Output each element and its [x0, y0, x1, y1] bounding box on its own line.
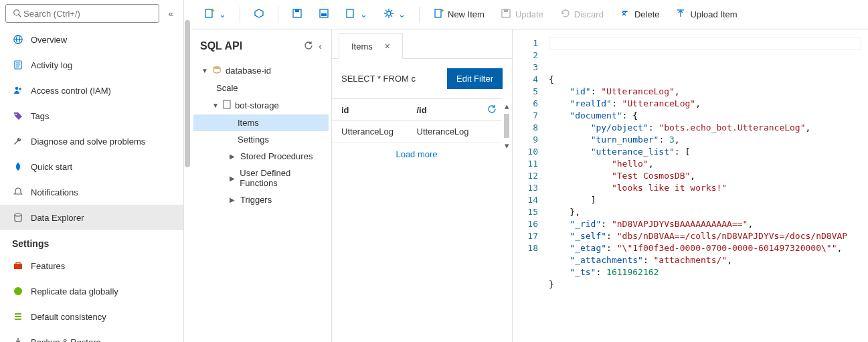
new-icon: ✦ [204, 8, 215, 21]
undo-icon [559, 8, 570, 21]
items-pane: Items × SELECT * FROM c Edit Filter id /… [331, 29, 512, 342]
sidebar-scrollbar[interactable] [184, 0, 191, 342]
tab-items[interactable]: Items × [339, 33, 403, 59]
new-item-icon: ✦ [433, 8, 444, 21]
svg-rect-35 [224, 100, 230, 108]
collapse-tree-button[interactable]: ‹ [319, 41, 322, 52]
tree-label: User Defined Functions [240, 168, 325, 188]
scroll-up-icon[interactable]: ▴ [505, 101, 509, 111]
tree-label: Triggers [240, 195, 272, 205]
upload-item-button[interactable]: Upload Item [669, 4, 744, 25]
update-button: Update [494, 4, 550, 25]
globe-icon [12, 33, 24, 46]
tree-container[interactable]: ▼ bot-storage [193, 96, 329, 114]
tree-triggers[interactable]: ▶Triggers [193, 191, 329, 208]
open-icon [319, 8, 329, 21]
cell-pk: UtteranceLog [408, 126, 483, 137]
svg-line-1 [19, 15, 21, 17]
tree-label: Items [238, 118, 259, 128]
backup-icon [12, 336, 24, 342]
new-item-button[interactable]: ✦New Item [426, 4, 491, 25]
nav-tags[interactable]: Tags [0, 103, 183, 129]
svg-rect-23 [295, 9, 299, 12]
delete-icon [620, 8, 630, 21]
chevron-down-icon: ⌄ [398, 9, 406, 19]
tree-title: SQL API [200, 40, 242, 52]
col-pk: /id [408, 105, 483, 115]
nav-label: Notifications [31, 187, 78, 197]
svg-point-12 [15, 213, 21, 216]
load-more-link[interactable]: Load more [332, 143, 501, 166]
new-sql-query-button[interactable]: +⌄ [339, 4, 374, 25]
nav-label: Default consistency [31, 312, 106, 322]
fullscreen-button[interactable] [247, 4, 271, 25]
nav-label: Data Explorer [31, 213, 84, 223]
edit-filter-button[interactable]: Edit Filter [447, 68, 503, 89]
refresh-tree-button[interactable] [304, 41, 313, 52]
caret-down-icon: ▼ [212, 102, 219, 109]
tree-label: Scale [216, 83, 238, 93]
nav-activity-log[interactable]: Activity log [0, 52, 183, 78]
settings-button[interactable]: ⌄ [377, 4, 412, 25]
tree-scale[interactable]: Scale [193, 80, 329, 96]
search-box[interactable] [5, 4, 159, 23]
nav-diagnose[interactable]: Diagnose and solve problems [0, 129, 183, 154]
nav-quick-start[interactable]: Quick start [0, 154, 183, 179]
new-container-button[interactable]: ✦⌄ [197, 4, 233, 25]
save-query-button[interactable] [285, 4, 309, 25]
tree-settings[interactable]: Settings [193, 131, 329, 148]
open-query-button[interactable] [312, 4, 336, 25]
upload-icon [675, 8, 686, 21]
svg-point-0 [14, 10, 19, 15]
nav-label: Features [31, 261, 65, 271]
tb-label: Discard [574, 9, 604, 19]
caret-down-icon: ▼ [201, 67, 208, 74]
close-icon[interactable]: × [385, 41, 390, 52]
nav-data-explorer[interactable]: Data Explorer [0, 205, 183, 230]
tb-label: Update [515, 9, 543, 19]
nav-consistency[interactable]: Default consistency [0, 304, 183, 329]
tb-label: Delete [634, 9, 660, 19]
nav-notifications[interactable]: Notifications [0, 179, 183, 205]
svg-point-34 [213, 66, 220, 69]
scroll-down-icon[interactable]: ▾ [505, 141, 509, 151]
svg-rect-25 [321, 13, 327, 16]
editor-gutter: 123456789101112131415161718 [513, 29, 545, 342]
tree-sprocs[interactable]: ▶Stored Procedures [193, 148, 329, 165]
nav-label: Tags [31, 111, 49, 121]
query-icon: + [345, 8, 356, 21]
nav-features[interactable]: Features [0, 253, 183, 278]
tree-label: Settings [238, 135, 269, 145]
tree-items[interactable]: Items [193, 114, 329, 131]
refresh-list-button[interactable] [483, 104, 501, 116]
nav-overview[interactable]: Overview [0, 27, 183, 52]
collapse-sidebar-button[interactable]: « [163, 9, 178, 19]
cell-id: UtteranceLog [332, 126, 408, 137]
document-icon [223, 100, 231, 111]
gear-icon [383, 8, 394, 21]
svg-point-28 [387, 11, 391, 15]
nav-replicate[interactable]: Replicate data globally [0, 278, 183, 304]
col-id: id [332, 105, 408, 115]
tree-udfs[interactable]: ▶User Defined Functions [193, 165, 329, 191]
bars-icon [12, 311, 24, 323]
delete-button[interactable]: Delete [613, 4, 667, 25]
svg-point-15 [14, 287, 22, 295]
globe-green-icon [12, 285, 24, 297]
list-item[interactable]: UtteranceLog UtteranceLog [332, 121, 501, 143]
nav-access-control[interactable]: Access control (IAM) [0, 78, 183, 103]
nav-backup[interactable]: Backup & Restore [0, 329, 183, 342]
search-input[interactable] [23, 9, 153, 19]
svg-rect-32 [504, 9, 508, 12]
caret-right-icon: ▶ [230, 175, 236, 182]
nav-label: Activity log [31, 60, 72, 70]
caret-right-icon: ▶ [230, 196, 236, 203]
items-scrollbar[interactable]: ▴ ▾ [501, 98, 512, 166]
chevron-down-icon: ⌄ [219, 9, 226, 19]
container-label: bot-storage [235, 100, 279, 110]
filter-query: SELECT * FROM c [341, 74, 416, 84]
tree-database[interactable]: ▼ database-id [193, 62, 329, 80]
nav-label: Backup & Restore [31, 337, 101, 343]
nav-label: Quick start [31, 162, 72, 172]
json-editor[interactable]: { "id": "UtteranceLog", "realId": "Utter… [545, 29, 868, 342]
